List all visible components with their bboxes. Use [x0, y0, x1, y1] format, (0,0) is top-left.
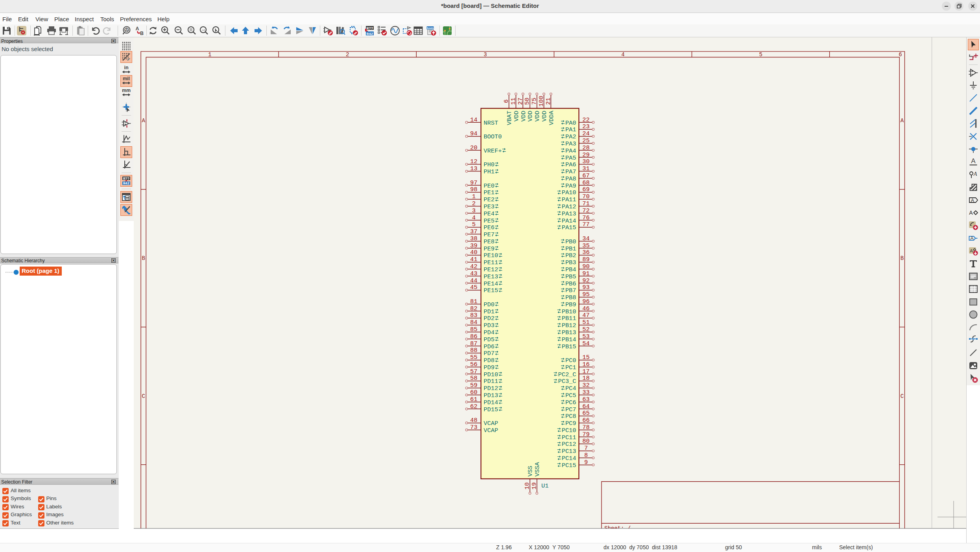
svg-text:PD8: PD8: [484, 357, 495, 364]
svg-text:89: 89: [582, 256, 589, 263]
svg-text:A: A: [970, 248, 973, 253]
svg-text:16: 16: [582, 361, 589, 368]
svg-text:43: 43: [470, 270, 477, 277]
svg-text:10: 10: [524, 482, 531, 489]
svg-text:35: 35: [582, 242, 589, 249]
svg-text:70: 70: [582, 193, 589, 200]
svg-text:PB8: PB8: [565, 294, 576, 301]
svg-text:52: 52: [582, 326, 589, 333]
svg-text:PA9: PA9: [565, 182, 576, 190]
svg-text:A: A: [901, 118, 904, 124]
svg-text:3: 3: [472, 207, 476, 214]
svg-text:PB5: PB5: [565, 273, 576, 280]
svg-text:A: A: [969, 210, 973, 216]
svg-text:PD14: PD14: [484, 399, 498, 406]
svg-text:C: C: [142, 393, 145, 399]
svg-text:22: 22: [582, 116, 589, 123]
svg-text:95: 95: [582, 291, 589, 298]
svg-text:6: 6: [503, 99, 510, 103]
svg-text:45: 45: [470, 284, 477, 291]
svg-text:PE0: PE0: [484, 182, 495, 190]
svg-text:A: A: [136, 26, 139, 31]
svg-text:PA6: PA6: [565, 161, 576, 168]
svg-text:83: 83: [470, 312, 477, 319]
svg-text:PH0: PH0: [484, 161, 495, 168]
svg-text:90: 90: [582, 263, 589, 270]
svg-text:Sheet: /: Sheet: /: [604, 525, 631, 529]
svg-text:PC9: PC9: [565, 420, 576, 427]
svg-text:PA2: PA2: [565, 133, 576, 140]
svg-text:NRST: NRST: [484, 120, 498, 127]
svg-text:B: B: [140, 31, 144, 36]
svg-text:25: 25: [582, 137, 589, 144]
svg-text:47: 47: [582, 312, 589, 319]
svg-text:PA7: PA7: [565, 168, 576, 175]
svg-text:5: 5: [759, 52, 762, 58]
svg-text:PC10: PC10: [562, 427, 576, 434]
svg-text:mm: mm: [122, 88, 131, 93]
svg-text:PD2: PD2: [484, 315, 495, 322]
svg-text:86: 86: [470, 333, 477, 340]
svg-text:PA13: PA13: [562, 210, 576, 217]
svg-text:77: 77: [582, 221, 589, 228]
svg-text:PE14: PE14: [484, 280, 498, 287]
svg-text:VDDA: VDDA: [548, 110, 555, 125]
svg-text:50: 50: [524, 98, 531, 105]
svg-text:PD7: PD7: [484, 350, 495, 357]
svg-text:PE1: PE1: [484, 189, 495, 196]
svg-text:84: 84: [470, 319, 477, 326]
svg-text:18: 18: [582, 375, 589, 382]
svg-text:VDD: VDD: [541, 110, 548, 121]
svg-text:46: 46: [582, 305, 589, 312]
svg-text:PA14: PA14: [562, 217, 576, 224]
svg-text:VREF+: VREF+: [484, 147, 502, 155]
svg-text:20: 20: [470, 144, 477, 151]
svg-text:79: 79: [582, 431, 589, 438]
svg-text:75: 75: [531, 98, 538, 105]
svg-text:PD9: PD9: [484, 364, 495, 371]
svg-text:68: 68: [582, 179, 589, 186]
svg-text:44: 44: [470, 277, 477, 284]
svg-text:PE7: PE7: [484, 231, 495, 238]
svg-text:29: 29: [582, 151, 589, 158]
svg-text:PC1: PC1: [565, 364, 576, 371]
svg-text:PA11: PA11: [562, 196, 576, 203]
svg-text:PA15: PA15: [562, 224, 576, 231]
svg-text:R42: R42: [366, 31, 373, 36]
svg-text:2: 2: [346, 52, 349, 58]
svg-text:42: 42: [470, 263, 477, 270]
svg-text:65: 65: [582, 410, 589, 417]
svg-text:bom: bom: [427, 26, 434, 29]
svg-text:87: 87: [470, 340, 477, 347]
svg-text:PE8: PE8: [484, 238, 495, 245]
svg-text:VDD: VDD: [534, 110, 541, 121]
svg-text:PE10: PE10: [484, 252, 498, 259]
svg-text:92: 92: [582, 277, 589, 284]
svg-text:1: 1: [472, 193, 476, 200]
svg-text:38: 38: [470, 235, 477, 242]
svg-text:82: 82: [470, 305, 477, 312]
svg-text:PD13: PD13: [484, 392, 498, 399]
svg-text:PB2: PB2: [565, 252, 576, 259]
svg-text:A: A: [973, 171, 977, 177]
svg-text:PB10: PB10: [562, 308, 576, 315]
svg-text:VSS: VSS: [527, 466, 534, 477]
svg-text:PC7: PC7: [565, 406, 576, 413]
svg-text:PC8: PC8: [565, 413, 576, 420]
svg-text:88: 88: [470, 347, 477, 354]
svg-text:A: A: [971, 157, 976, 165]
svg-text:PA10: PA10: [562, 189, 576, 196]
svg-text:PH1: PH1: [484, 168, 495, 175]
svg-text:A: A: [142, 118, 145, 124]
svg-text:31: 31: [582, 165, 589, 172]
svg-text:in: in: [124, 65, 128, 70]
svg-text:PE5: PE5: [484, 217, 495, 224]
svg-text:PC5: PC5: [565, 392, 576, 399]
svg-text:PD3: PD3: [484, 322, 495, 329]
svg-text:PC11: PC11: [562, 434, 576, 441]
svg-text:PB15: PB15: [562, 343, 576, 350]
svg-text:B: B: [901, 255, 904, 261]
svg-text:mil: mil: [123, 76, 130, 81]
svg-text:62: 62: [470, 403, 477, 410]
svg-text:93: 93: [582, 284, 589, 291]
